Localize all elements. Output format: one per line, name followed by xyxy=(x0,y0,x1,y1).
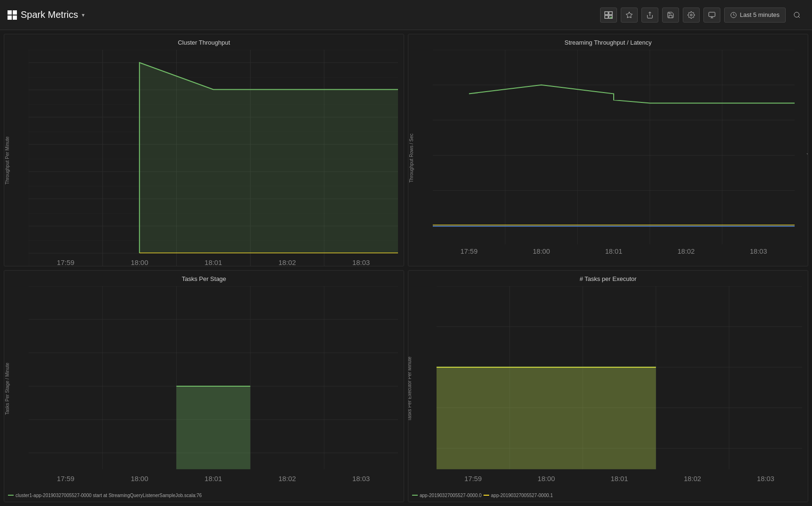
legend-label-e1: app-20190327005527-0000.1 xyxy=(491,493,553,498)
topbar: Spark Metrics ▾ xyxy=(0,0,812,30)
time-range-label: Last 5 minutes xyxy=(740,11,780,18)
y-axis-label-cluster-throughput: Throughput Per Minute xyxy=(5,136,10,184)
legend-item-t0: cluster1-app-20190327005527-0000 start a… xyxy=(8,490,202,500)
legend-color-t0 xyxy=(8,495,14,496)
svg-text:18:00: 18:00 xyxy=(538,474,555,482)
svg-rect-0 xyxy=(605,11,608,14)
panel-title-tasks-per-stage: Tasks Per Stage xyxy=(4,271,404,284)
chart-svg-cluster-throughput: 512 256 128 64 32 16 8 4 17:59 18:00 18:… xyxy=(29,50,398,266)
dashboard: Cluster Throughput Throughput Per Minute xyxy=(0,30,812,506)
legend-color-e0 xyxy=(412,495,418,496)
svg-text:18:01: 18:01 xyxy=(611,474,628,482)
y-axis-label-tasks-stage: Tasks Per Stage / Minute xyxy=(5,363,10,415)
svg-rect-110 xyxy=(437,367,656,469)
legend-item-s0: counts-triggerexecution xyxy=(412,265,468,266)
svg-text:18:00: 18:00 xyxy=(131,258,148,266)
app-grid-icon xyxy=(8,10,17,20)
svg-text:18:02: 18:02 xyxy=(684,474,701,482)
settings-button[interactable] xyxy=(683,8,700,23)
legend-item-s2: counts-ProcRowsPerSecond xyxy=(540,265,608,266)
svg-point-7 xyxy=(690,14,692,16)
chart-area-cluster-throughput: Throughput Per Minute xyxy=(4,48,404,266)
topbar-left: Spark Metrics ▾ xyxy=(8,9,600,20)
svg-point-12 xyxy=(794,12,799,17)
panel-title-cluster-throughput: Cluster Throughput xyxy=(4,34,404,48)
dropdown-arrow[interactable]: ▾ xyxy=(82,12,85,18)
legend-item-e0: app-20190327005527-0000.0 xyxy=(412,490,482,500)
star-button[interactable] xyxy=(621,8,638,23)
svg-rect-8 xyxy=(709,12,715,16)
legend-label-e0: app-20190327005527-0000.0 xyxy=(420,493,482,498)
svg-rect-2 xyxy=(605,15,608,18)
svg-text:18:02: 18:02 xyxy=(279,474,296,482)
svg-text:18:02: 18:02 xyxy=(678,248,695,255)
legend-tasks-executor: app-20190327005527-0000.0 app-2019032700… xyxy=(408,489,808,502)
time-range-button[interactable]: Last 5 minutes xyxy=(724,8,786,23)
svg-text:18:02: 18:02 xyxy=(279,258,296,266)
svg-text:18:01: 18:01 xyxy=(204,474,222,482)
chart-svg-tasks-executor: 5.0 4.5 4.0 3.5 3.0 17:59 18:00 18:01 18… xyxy=(437,286,802,489)
panel-title-tasks-per-executor: # Tasks per Executor xyxy=(408,271,808,284)
search-button[interactable] xyxy=(789,8,804,23)
panel-tasks-per-stage: Tasks Per Stage Tasks Per Stage / Minute xyxy=(4,270,404,503)
svg-text:17:59: 17:59 xyxy=(461,248,478,255)
share-button[interactable] xyxy=(641,8,658,23)
svg-line-13 xyxy=(798,16,800,18)
svg-rect-87 xyxy=(176,386,250,469)
chart-svg-streaming: 10 K 8 K 6 K 4 K 2 K 0 17:59 18:00 18:01… xyxy=(433,50,795,263)
chart-svg-tasks-stage: 1.3 1.2 1.1 1.0 0.9 0.8 0.7 17:59 18:00 … xyxy=(29,286,398,489)
fullscreen-button[interactable] xyxy=(703,8,720,23)
chart-area-streaming-throughput: Throughput Rows / Sec Latency Per Batch … xyxy=(408,48,808,263)
save-button[interactable] xyxy=(662,8,679,23)
svg-text:18:03: 18:03 xyxy=(750,248,767,255)
legend-color-e1 xyxy=(484,495,489,496)
svg-marker-40 xyxy=(140,62,398,253)
svg-text:18:00: 18:00 xyxy=(131,474,148,482)
panel-title-streaming-throughput: Streaming Throughput / Latency xyxy=(408,34,808,48)
svg-text:18:01: 18:01 xyxy=(204,258,222,266)
panel-streaming-throughput: Streaming Throughput / Latency Throughpu… xyxy=(408,34,808,266)
panel-tasks-per-executor: # Tasks per Executor Tasks Per Executor … xyxy=(408,270,808,503)
svg-rect-1 xyxy=(609,11,612,14)
svg-text:18:03: 18:03 xyxy=(352,474,370,482)
svg-text:17:59: 17:59 xyxy=(57,474,74,482)
chart-area-tasks-per-stage: Tasks Per Stage / Minute 1.3 1.2 1 xyxy=(4,284,404,489)
y-axis-label-tasks-executor: Tasks Per Executor Per Minute xyxy=(408,357,412,421)
svg-text:17:59: 17:59 xyxy=(464,474,482,482)
svg-marker-6 xyxy=(626,12,632,18)
topbar-right: Last 5 minutes xyxy=(600,8,804,23)
svg-text:18:03: 18:03 xyxy=(352,258,370,266)
legend-item-e1: app-20190327005527-0000.1 xyxy=(484,490,553,500)
svg-text:18:01: 18:01 xyxy=(605,248,623,255)
chart-area-tasks-executor: Tasks Per Executor Per Minute 5.0 4.5 4.… xyxy=(408,284,808,489)
legend-item-s1: counts-inputRowsPerSecond xyxy=(470,265,539,266)
legend-label-t0: cluster1-app-20190327005527-0000 start a… xyxy=(16,493,202,498)
svg-text:18:00: 18:00 xyxy=(533,248,550,255)
app-title: Spark Metrics xyxy=(21,9,78,20)
add-panel-button[interactable] xyxy=(600,8,617,23)
svg-text:18:03: 18:03 xyxy=(757,474,774,482)
panel-cluster-throughput: Cluster Throughput Throughput Per Minute xyxy=(4,34,404,266)
y-axis-label-streaming: Throughput Rows / Sec xyxy=(409,133,414,183)
legend-tasks-stage: cluster1-app-20190327005527-0000 start a… xyxy=(4,489,404,502)
y-axis-label-right-streaming: Latency Per Batch xyxy=(807,139,809,178)
svg-text:17:59: 17:59 xyxy=(57,258,74,266)
